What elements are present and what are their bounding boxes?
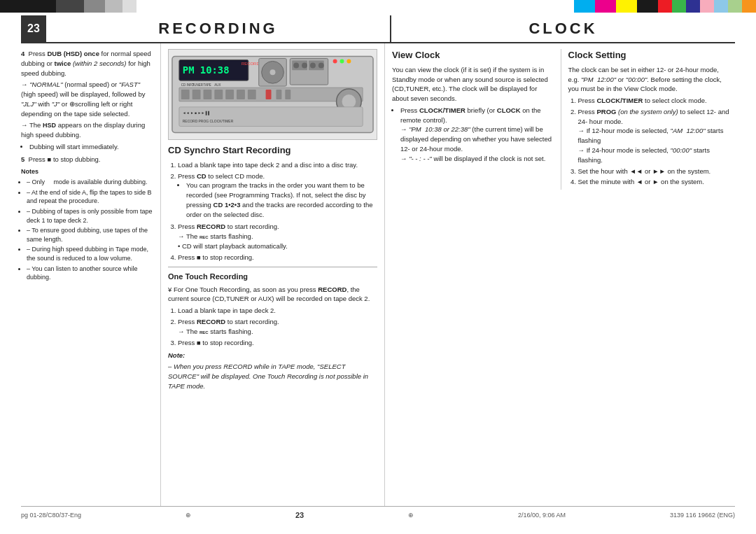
vc-arrow1: → "PM 10:38 or 22:38" (the current time)… <box>400 125 552 153</box>
colorbar-blue <box>686 0 700 13</box>
clock-setting-intro: The clock can be set in either 12- or 24… <box>568 65 730 94</box>
footer-crosshair: ⊕ <box>186 512 191 519</box>
note2: At the end of side A, flip the tapes to … <box>27 188 155 206</box>
cd-synchro-title: CD Synchro Start Recording <box>168 144 377 157</box>
svg-text:TUNER: TUNER <box>192 83 203 87</box>
footer-right: 3139 116 19662 (ENG) <box>670 512 735 519</box>
note5: During high speed dubbing in Tape mode, … <box>27 245 155 262</box>
footer-left: pg 01-28/C80/37-Eng <box>21 512 81 519</box>
cs-step1: Press CLOCK/TIMER to select clock mode. <box>578 96 730 106</box>
step5-text: 5 Press ■ to stop dubbing. <box>21 155 155 164</box>
view-clock-bullets: Press CLOCK/TIMER briefly (or CLOCK on t… <box>392 106 554 164</box>
one-touch-title: One Touch Recording <box>168 272 377 283</box>
step4-arrow2: → The HSD appears on the display during … <box>21 120 155 140</box>
step4-arrow1: → "NORMAL" (normal speed) or "FAST" (hig… <box>21 80 155 118</box>
colorbar-cyan <box>574 0 595 13</box>
notes-label: Notes <box>21 167 155 176</box>
notes-list: Only mode is available during dubbing. A… <box>21 178 155 282</box>
colorbar-red <box>658 0 672 13</box>
ot-note-text: – When you press RECORD while in TAPE mo… <box>168 362 377 391</box>
svg-text:◄◄  ►  ■  ►► ▌▌: ◄◄ ► ■ ►► ▌▌ <box>183 111 211 115</box>
colorbar-spacer <box>136 0 574 13</box>
cd-step3: Press RECORD to start recording. → The r… <box>178 222 377 251</box>
colorbar-black2 <box>56 0 84 13</box>
svg-text:PM 10:38: PM 10:38 <box>183 64 230 76</box>
svg-rect-31 <box>179 107 363 127</box>
ot-step1: Load a blank tape in tape deck 2. <box>178 306 377 316</box>
svg-point-36 <box>346 59 351 64</box>
svg-point-35 <box>340 59 344 64</box>
device-svg: PM 10:38 RECORD <box>169 52 377 136</box>
cd-step1: Load a blank tape into tape deck 2 and a… <box>178 160 377 170</box>
svg-text:AUX: AUX <box>214 83 220 87</box>
ot-step2: Press RECORD to start recording. → The r… <box>178 317 377 337</box>
svg-point-30 <box>342 94 356 108</box>
colorbar-magenta <box>595 0 616 13</box>
footer: pg 01-28/C80/37-Eng ⊕ 23 ⊕ 2/16/00, 9:06… <box>21 506 735 524</box>
cs-step2: Press PROG (on the system only) to selec… <box>578 107 730 165</box>
main-header: 23 RECORDING CLOCK <box>21 15 735 43</box>
cs-step4: Set the minute with ◄ or ► on the system… <box>578 177 730 187</box>
right-column: View Clock You can view the clock (if it… <box>385 43 735 506</box>
step4-bullets: Dubbing will start immediately. <box>21 142 155 152</box>
cd-step1-text: Load a blank tape into tape deck 2 and a… <box>178 161 358 169</box>
mid-column: PM 10:38 RECORD <box>161 43 385 506</box>
svg-rect-18 <box>214 90 223 99</box>
svg-text:RECORD: RECORD <box>241 62 260 66</box>
svg-text:RECORD  PROG  CLOCK/TIMER: RECORD PROG CLOCK/TIMER <box>183 120 234 123</box>
svg-point-9 <box>293 62 299 68</box>
colorbar-black5 <box>122 0 136 13</box>
note1: Only mode is available during dubbing. <box>27 178 155 187</box>
step4-bullet1: Dubbing will start immediately. <box>29 142 155 152</box>
cd-synchro-steps: Load a blank tape into tape deck 2 and a… <box>168 160 377 262</box>
header-recording-title: RECORDING <box>46 15 391 42</box>
cd-bullet1: You can program the tracks in the order … <box>186 181 377 219</box>
colorbar-yellow <box>616 0 637 13</box>
footer-crosshair2: ⊕ <box>408 512 414 519</box>
view-clock-title: View Clock <box>392 49 554 62</box>
colorbar-pink <box>700 0 714 13</box>
clock-setting-title: Clock Setting <box>568 49 730 62</box>
footer-date: 2/16/00, 9:06 AM <box>518 512 566 519</box>
one-touch-steps: Load a blank tape in tape deck 2. Press … <box>168 306 377 347</box>
clock-setting-steps: Press CLOCK/TIMER to select clock mode. … <box>568 96 730 187</box>
device-image: PM 10:38 RECORD <box>168 49 377 140</box>
note4: To ensure good dubbing, use tapes of the… <box>27 226 155 244</box>
header-clock-title: CLOCK <box>391 15 735 42</box>
colorbar-green <box>672 0 686 13</box>
svg-rect-22 <box>266 90 272 99</box>
vc-arrow2: → "- - : - -" will be displayed if the c… <box>400 155 545 162</box>
step4-text: 4 Press DUB (HSD) once for normal speed … <box>21 49 155 78</box>
svg-rect-20 <box>237 90 245 99</box>
colorbar-black6 <box>637 0 658 13</box>
colorbar-orange <box>742 0 756 13</box>
svg-text:TAPE: TAPE <box>204 83 211 87</box>
svg-point-34 <box>333 59 337 64</box>
svg-point-6 <box>270 69 276 75</box>
svg-rect-23 <box>276 90 281 99</box>
cd-step4: Press ■ to stop recording. <box>178 253 377 262</box>
ot-note-label: Note: <box>168 351 377 360</box>
right-top-section: View Clock You can view the clock (if it… <box>392 49 729 190</box>
view-clock-section: View Clock You can view the clock (if it… <box>392 49 554 190</box>
cd-step2-bullets: You can program the tracks in the order … <box>178 181 377 219</box>
svg-rect-16 <box>192 90 201 99</box>
page-number-badge: 23 <box>21 15 46 42</box>
ot-step3: Press ■ to stop recording. <box>178 338 377 348</box>
vc-bullet1: Press CLOCK/TIMER briefly (or CLOCK on t… <box>400 106 554 164</box>
clock-setting-section: Clock Setting The clock can be set in ei… <box>561 49 730 190</box>
colorbar-ltgreen <box>728 0 742 13</box>
svg-rect-15 <box>181 90 190 99</box>
svg-point-12 <box>310 62 316 68</box>
svg-rect-21 <box>248 90 256 99</box>
colorbar-ltblue <box>714 0 728 13</box>
colorbar-black1 <box>0 0 56 13</box>
view-clock-text: You can view the clock (if it is set) if… <box>392 65 554 104</box>
notes-block: Notes Only mode is available during dubb… <box>21 167 155 282</box>
cd-step2: Press CD to select CD mode. You can prog… <box>178 171 377 220</box>
colorbar-black3 <box>84 0 105 13</box>
cs-step3: Set the hour with ◄◄ or ►► on the system… <box>578 167 730 176</box>
note6: You can listen to another source while d… <box>27 265 155 282</box>
footer-center: 23 <box>295 511 304 519</box>
main-content: 4 Press DUB (HSD) once for normal speed … <box>21 43 735 506</box>
